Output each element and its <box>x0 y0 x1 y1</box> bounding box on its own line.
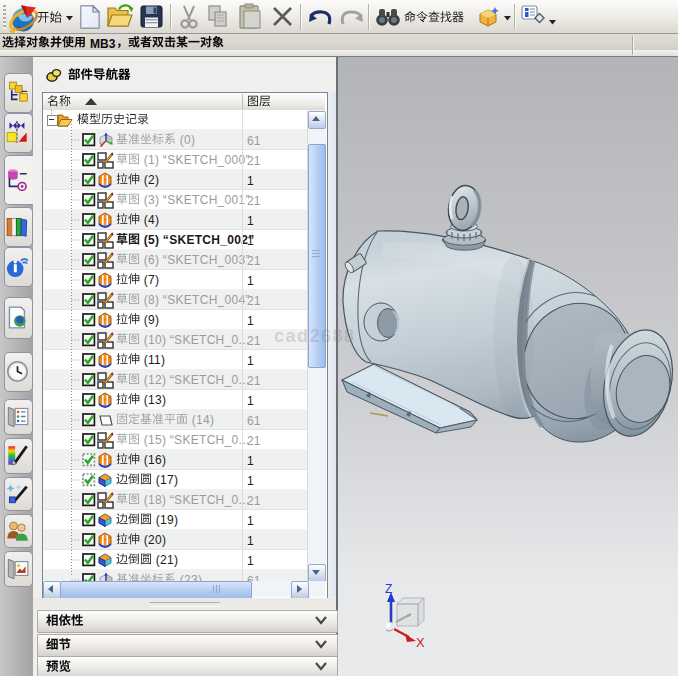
svg-text:Z: Z <box>385 582 392 596</box>
svg-text:X: X <box>416 635 425 650</box>
